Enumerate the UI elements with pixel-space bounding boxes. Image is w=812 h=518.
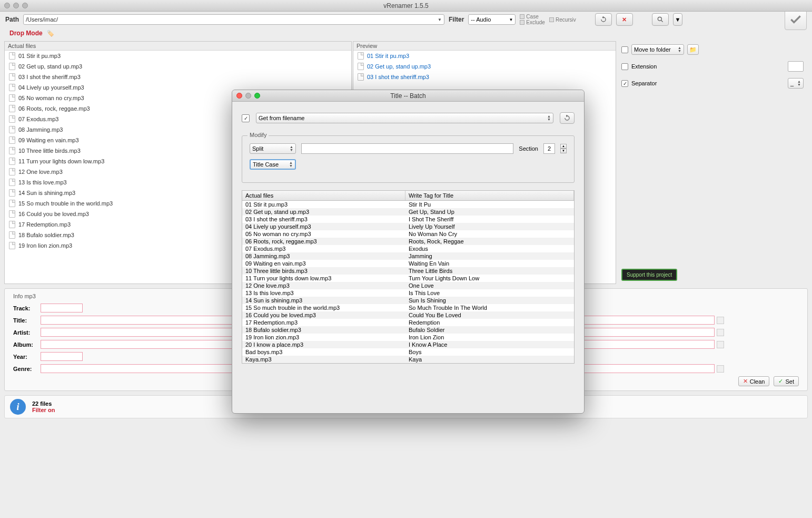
exclude-checkbox[interactable] [520, 20, 524, 25]
browse-folder-button[interactable]: 📁 [687, 44, 699, 55]
table-row[interactable]: 15 So much trouble in the world.mp3So Mu… [242, 304, 574, 311]
file-name: 17 Redemption.mp3 [18, 221, 71, 228]
case-select[interactable]: Title Case▲▼ [250, 159, 296, 170]
file-name: 05 No woman no cry.mp3 [18, 95, 84, 101]
table-row[interactable]: Kaya.mp3Kaya [242, 356, 574, 363]
list-item[interactable]: 03 I shot the sheriff.mp3 [5, 72, 351, 82]
list-item[interactable]: 02 Get up, stand up.mp3 [5, 61, 351, 72]
filter-select[interactable]: -- Audio ▼ [468, 14, 516, 25]
split-select[interactable]: Split▲▼ [250, 143, 296, 154]
separator-label: Separator [631, 80, 657, 86]
separator-checkbox[interactable] [621, 80, 628, 87]
cell-write: Turn Your Lights Down Low [405, 275, 574, 282]
table-row[interactable]: 19 Iron lion zion.mp3Iron Lion Zion [242, 334, 574, 341]
path-input[interactable]: /Users/imac/ ▼ [23, 14, 444, 25]
cell-write: Boys [405, 348, 574, 356]
col-actual[interactable]: Actual files [242, 191, 405, 200]
cell-write: Roots, Rock, Reggae [405, 238, 574, 245]
list-item[interactable]: 01 Stir it pu.mp3 [5, 51, 351, 61]
file-icon [9, 52, 15, 60]
dialog-title: Title -- Batch [232, 92, 584, 100]
file-name: 01 Stir it pu.mp3 [18, 53, 61, 59]
table-row[interactable]: 01 Stir it pu.mp3Stir It Pu [242, 201, 574, 208]
table-row[interactable]: 05 No woman no cry.mp3No Woman No Cry [242, 230, 574, 238]
cell-actual: 19 Iron lion zion.mp3 [242, 334, 405, 341]
edit-artist-button[interactable] [717, 329, 724, 336]
table-row[interactable]: 20 I know a place.mp3I Know A Place [242, 341, 574, 348]
file-icon [9, 63, 15, 70]
table-row[interactable]: 02 Get up, stand up.mp3Get Up, Stand Up [242, 208, 574, 216]
file-icon [9, 126, 15, 133]
actual-files-header: Actual files [5, 42, 351, 51]
drop-mode-label[interactable]: Drop Mode [9, 30, 43, 37]
separator-select[interactable]: _▲▼ [788, 78, 804, 89]
edit-genre-button[interactable] [717, 365, 724, 373]
title-label: Title: [13, 317, 38, 324]
section-stepper[interactable]: ▲▼ [560, 144, 567, 153]
table-row[interactable]: 04 Lively up yourself.mp3Lively Up Yours… [242, 223, 574, 230]
edit-album-button[interactable] [717, 341, 724, 348]
table-row[interactable]: 12 One love.mp3One Love [242, 282, 574, 289]
table-row[interactable]: 08 Jamming.mp3Jamming [242, 252, 574, 260]
split-input[interactable] [301, 143, 513, 154]
col-write[interactable]: Write Tag for Title [405, 191, 574, 200]
move-folder-checkbox[interactable] [621, 46, 628, 53]
list-item[interactable]: 03 I shot the sheriff.mp3 [353, 72, 616, 82]
extension-input[interactable] [788, 61, 804, 72]
section-number[interactable] [543, 143, 555, 154]
refresh-button[interactable] [595, 13, 612, 26]
source-select[interactable]: Get from filename▲▼ [256, 113, 553, 123]
table-row[interactable]: 03 I shot the sheriff.mp3I Shot The Sher… [242, 216, 574, 223]
window-title: vRenamer 1.5.5 [0, 2, 812, 9]
table-row[interactable]: 11 Turn your lights down low.mp3Turn You… [242, 275, 574, 282]
list-item[interactable]: 02 Get up, stand up.mp3 [353, 61, 616, 72]
file-name: 10 Three little birds.mp3 [18, 148, 81, 154]
table-row[interactable]: 16 Could you be loved.mp3Could You Be Lo… [242, 311, 574, 319]
file-icon [9, 200, 15, 207]
table-row[interactable]: 14 Sun is shining.mp3Sun Is Shining [242, 297, 574, 304]
table-row[interactable]: 18 Bufalo soldier.mp3Bufalo Soldier [242, 326, 574, 334]
file-name: 02 Get up, stand up.mp3 [367, 63, 431, 70]
status-count: 22 files [32, 400, 55, 407]
track-input[interactable] [41, 304, 83, 312]
search-button[interactable] [652, 13, 669, 26]
recursiv-checkbox[interactable] [549, 17, 554, 22]
year-input[interactable] [41, 352, 83, 361]
file-icon [9, 84, 15, 91]
cell-actual: 11 Turn your lights down low.mp3 [242, 275, 405, 282]
set-button[interactable]: ✓Set [774, 376, 799, 386]
table-row[interactable]: 13 Is this love.mp3Is This Love [242, 289, 574, 297]
cancel-button[interactable]: ✕ [616, 13, 633, 26]
table-row[interactable]: 10 Three little birds.mp3Three Little Bi… [242, 267, 574, 275]
move-folder-select[interactable]: Move to folder▲▼ [631, 44, 684, 55]
file-icon [9, 73, 15, 81]
cell-write: Stir It Pu [405, 201, 574, 208]
cell-write: Three Little Birds [405, 267, 574, 275]
table-row[interactable]: 07 Exodus.mp3Exodus [242, 245, 574, 252]
support-project-button[interactable]: Support this project [621, 269, 677, 281]
dropdown-toggle[interactable]: ▼ [673, 13, 682, 26]
source-enable-checkbox[interactable] [242, 114, 250, 122]
cell-write: Kaya [405, 356, 574, 363]
file-name: 13 Is this love.mp3 [18, 179, 67, 185]
list-item[interactable]: 01 Stir it pu.mp3 [353, 51, 616, 61]
cell-write: I Know A Place [405, 341, 574, 348]
table-row[interactable]: Bad boys.mp3Boys [242, 348, 574, 356]
extension-label: Extension [631, 63, 657, 70]
table-row[interactable]: 17 Redemption.mp3Redemption [242, 319, 574, 326]
cell-actual: 09 Waiting en vain.mp3 [242, 260, 405, 267]
cell-actual: 02 Get up, stand up.mp3 [242, 208, 405, 216]
file-icon [9, 231, 15, 239]
extension-checkbox[interactable] [621, 63, 628, 70]
case-checkbox[interactable] [520, 14, 524, 19]
clean-button[interactable]: ✕Clean [738, 376, 770, 386]
modify-legend: Modify [247, 132, 269, 138]
table-row[interactable]: 09 Waiting en vain.mp3Waiting En Vain [242, 260, 574, 267]
file-icon [358, 63, 364, 70]
window-titlebar: vRenamer 1.5.5 [0, 0, 812, 12]
refresh-preview-button[interactable] [560, 112, 575, 124]
edit-title-button[interactable] [717, 317, 724, 324]
table-row[interactable]: 06 Roots, rock, reggae.mp3Roots, Rock, R… [242, 238, 574, 245]
apply-button[interactable] [785, 9, 807, 30]
chevron-down-icon[interactable]: ▼ [438, 17, 442, 22]
